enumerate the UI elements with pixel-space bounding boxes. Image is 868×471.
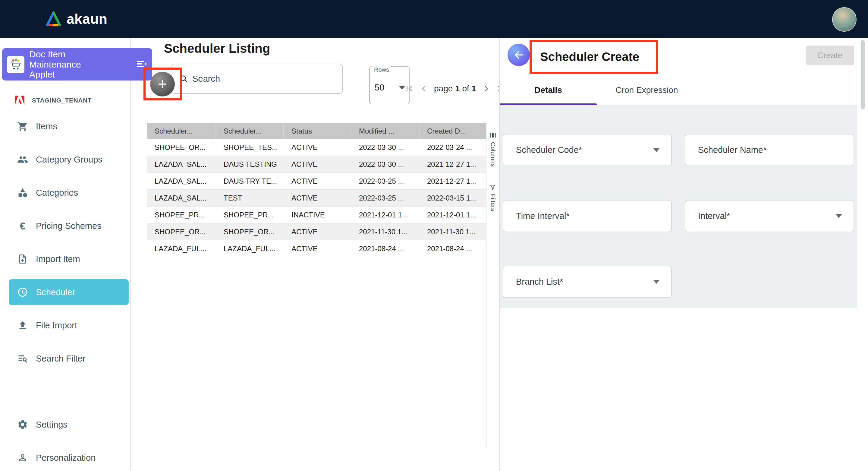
first-page-icon [404, 83, 415, 94]
branch-list-field[interactable]: Branch List* [503, 266, 672, 298]
sidebar-item-search-filter[interactable]: Search Filter [0, 342, 130, 375]
user-avatar[interactable] [832, 7, 857, 32]
euro-icon: € [17, 220, 29, 232]
sidebar-item-label: Search Filter [36, 354, 85, 364]
columns-tool[interactable]: Columns [487, 132, 499, 167]
sidebar-item-label: Items [36, 121, 57, 131]
table-row[interactable]: SHOPEE_PR... SHOPEE_PR... INACTIVE 2021-… [147, 207, 486, 224]
cell-created: 2022-03-15 1... [420, 190, 486, 206]
sidebar-item-categories[interactable]: Categories [0, 176, 130, 209]
sidebar-item-pricing-schemes[interactable]: € Pricing Schemes [0, 209, 130, 242]
sidebar-item-import-item[interactable]: Import Item [0, 242, 130, 275]
cell-scheduler-name: LAZADA_FUL... [216, 240, 284, 257]
page-indicator: page 1 of 1 [434, 84, 476, 93]
scheduler-code-field[interactable]: Scheduler Code* [503, 134, 672, 166]
sidebar-item-personalization[interactable]: Personalization [0, 441, 130, 471]
table-row[interactable]: SHOPEE_OR... SHOPEE_TES... ACTIVE 2022-0… [147, 139, 486, 156]
create-button[interactable]: Create [806, 46, 854, 65]
cell-scheduler-code: SHOPEE_OR... [147, 224, 216, 240]
sidebar-item-scheduler[interactable]: Scheduler [9, 279, 129, 305]
filters-label: Filters [490, 194, 496, 211]
tab-cron-expression[interactable]: Cron Expression [597, 76, 697, 105]
table-row[interactable]: SHOPEE_OR... SHOPEE_OR... ACTIVE 2021-11… [147, 224, 486, 240]
filters-tool[interactable]: Filters [487, 184, 499, 211]
sidebar-item-label: Import Item [36, 254, 80, 264]
cell-status: INACTIVE [284, 207, 351, 223]
column-header[interactable]: Created D... [420, 123, 486, 139]
cell-created: 2021-11-30 1... [420, 224, 486, 240]
screen: akaun Doc Item Maintenance Applet STAGIN… [0, 0, 868, 471]
plus-icon [156, 78, 169, 91]
column-header[interactable]: Status [284, 123, 351, 139]
first-page-button[interactable] [403, 83, 415, 95]
search-box[interactable] [172, 64, 343, 94]
prev-page-button[interactable] [418, 83, 430, 95]
sidebar: Doc Item Maintenance Applet STAGING_TENA… [0, 38, 131, 471]
chevron-right-icon [481, 83, 492, 94]
sidebar-item-category-groups[interactable]: Category Groups [0, 143, 130, 176]
page-title: Scheduler Listing [164, 41, 270, 56]
sidebar-item-label: Category Groups [36, 155, 102, 165]
cell-modified: 2022-03-30 ... [351, 139, 420, 155]
import-file-icon [17, 253, 29, 265]
cell-scheduler-code: SHOPEE_PR... [147, 207, 216, 223]
sidebar-item-settings[interactable]: Settings [0, 408, 130, 441]
scrollbar-thumb[interactable] [861, 40, 865, 110]
tenant-logo-icon [13, 94, 26, 107]
akaun-logo: akaun [45, 0, 107, 38]
cell-status: ACTIVE [284, 240, 351, 257]
table-row[interactable]: LAZADA_SAL... DAUS TRY TE... ACTIVE 2022… [147, 173, 486, 190]
table-row[interactable]: LAZADA_SAL... TEST ACTIVE 2022-03-25 ...… [147, 190, 486, 207]
tabs: Details Cron Expression [500, 76, 868, 105]
field-label: Scheduler Name* [698, 145, 767, 155]
applet-switcher-button[interactable]: Doc Item Maintenance Applet [2, 48, 152, 81]
sidebar-item-label: Scheduler [36, 287, 75, 297]
upload-icon [17, 319, 29, 331]
tab-details[interactable]: Details [500, 76, 597, 105]
cell-created: 2021-12-27 1... [420, 156, 486, 173]
next-page-button[interactable] [480, 83, 493, 95]
column-header[interactable]: Scheduler... [216, 123, 284, 139]
tenant-row[interactable]: STAGING_TENANT [0, 92, 144, 109]
column-header[interactable]: Scheduler... [147, 123, 216, 139]
cell-modified: 2022-03-25 ... [351, 190, 420, 206]
sidebar-nav: Items Category Groups Categories € Prici… [0, 110, 130, 375]
chevron-down-icon [653, 148, 660, 152]
sidebar-item-items[interactable]: Items [0, 110, 130, 143]
cell-scheduler-code: LAZADA_SAL... [147, 190, 216, 206]
chevron-down-icon [835, 214, 842, 218]
interval-field[interactable]: Interval* [685, 200, 854, 232]
akaun-logo-icon [45, 11, 62, 27]
table-side-tools: Columns Filters [487, 123, 499, 448]
pagination: page 1 of 1 [403, 79, 507, 98]
cell-modified: 2022-03-30 ... [351, 156, 420, 173]
scheduler-listing-panel: Scheduler Listing Rows 50 page [146, 38, 499, 471]
table-header-row: Scheduler... Scheduler... Status Modifie… [147, 123, 486, 139]
logo-text: akaun [67, 11, 107, 27]
cell-modified: 2021-12-01 1... [351, 207, 420, 223]
applet-label: Doc Item Maintenance Applet [29, 49, 91, 80]
person-icon [17, 452, 29, 464]
sidebar-item-label: Settings [36, 420, 67, 430]
search-input[interactable] [192, 73, 336, 84]
cell-modified: 2021-08-24 ... [351, 240, 420, 257]
table-row[interactable]: LAZADA_SAL... DAUS TESTING ACTIVE 2022-0… [147, 156, 486, 173]
chevron-down-icon [653, 280, 660, 284]
time-interval-field[interactable]: Time Interval* [503, 200, 672, 232]
add-scheduler-button[interactable] [150, 72, 175, 96]
sidebar-item-file-import[interactable]: File Import [0, 309, 130, 342]
column-header[interactable]: Modified ... [351, 123, 420, 139]
filter-icon [489, 184, 496, 191]
search-icon [179, 74, 188, 84]
chevron-left-icon [418, 83, 429, 94]
table-row[interactable]: LAZADA_FUL... LAZADA_FUL... ACTIVE 2021-… [147, 240, 486, 257]
scheduler-name-field[interactable]: Scheduler Name* [685, 134, 854, 166]
sidebar-item-label: Categories [36, 188, 78, 198]
back-button[interactable] [507, 44, 530, 66]
cell-modified: 2021-11-30 1... [351, 224, 420, 240]
menu-open-icon[interactable] [135, 58, 147, 71]
tab-label: Details [534, 85, 562, 95]
cell-status: ACTIVE [284, 224, 351, 240]
cell-created: 2022-03-24 ... [420, 139, 486, 155]
cell-scheduler-code: LAZADA_SAL... [147, 156, 216, 173]
